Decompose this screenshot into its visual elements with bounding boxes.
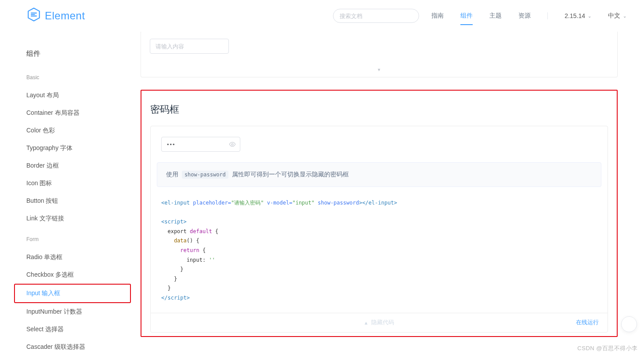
sidebar-group-form: Form [26,236,132,242]
sidebar: 组件 Basic Layout 布局 Container 布局容器 Color … [0,32,132,355]
password-input[interactable] [161,137,240,152]
sidebar-item-button[interactable]: Button 按钮 [26,192,132,210]
demo-footer: ▴ 隐藏代码 在线运行 [151,313,608,332]
desc-post: 属性即可得到一个可切换显示隐藏的密码框 [232,171,349,178]
version-text: 2.15.14 [564,12,585,19]
password-section: 密码框 使用 show-passwor [141,90,618,337]
sidebar-group-basic: Basic [26,74,132,81]
prev-demo-block: ▾ [141,32,618,77]
sidebar-item-icon[interactable]: Icon 图标 [26,175,132,192]
language-select[interactable]: 中文 ⌄ [608,12,626,20]
sidebar-item-checkbox[interactable]: Checkbox 多选框 [26,266,132,284]
chevron-down-icon: ⌄ [588,14,591,18]
caret-down-icon: ▾ [378,67,380,72]
brand-text: Element [45,10,85,22]
sidebar-item-input[interactable]: Input 输入框 [14,284,131,303]
sidebar-item-layout[interactable]: Layout 布局 [26,87,132,104]
nav-component[interactable]: 组件 [460,1,473,30]
svg-point-0 [232,143,233,145]
header: Element 指南 组件 主题 资源 2.15.14 ⌄ 中文 ⌄ [0,0,644,32]
content: ▾ 密码框 [132,32,644,355]
sidebar-item-container[interactable]: Container 布局容器 [26,104,132,122]
sidebar-title: 组件 [26,49,132,59]
sidebar-item-inputnumber[interactable]: InputNumber 计数器 [26,303,132,321]
sidebar-item-color[interactable]: Color 色彩 [26,122,132,139]
section-title: 密码框 [150,103,608,116]
description-bar: 使用 show-password 属性即可得到一个可切换显示隐藏的密码框 [157,162,601,187]
version-select[interactable]: 2.15.14 ⌄ [564,12,591,19]
nav-resource[interactable]: 资源 [518,1,531,30]
sidebar-item-border[interactable]: Border 边框 [26,157,132,175]
eye-icon[interactable] [229,141,236,148]
desc-pre: 使用 [166,171,178,178]
nav-separator [547,12,548,19]
sidebar-item-cascader[interactable]: Cascader 级联选择器 [26,338,132,355]
caret-up-icon: ▴ [365,319,368,326]
sidebar-item-select[interactable]: Select 选择器 [26,321,132,338]
demo-area [151,126,608,162]
collapse-label: 隐藏代码 [371,318,394,326]
search-box[interactable] [333,9,419,23]
chevron-down-icon: ⌄ [623,14,626,18]
desc-code-chip: show-password [182,171,228,179]
element-logo-icon [26,7,45,25]
language-text: 中文 [608,12,620,20]
sidebar-item-radio[interactable]: Radio 单选框 [26,249,132,266]
expand-toggle[interactable]: ▾ [141,57,617,73]
sidebar-item-typography[interactable]: Typography 字体 [26,139,132,157]
search-input[interactable] [340,13,412,19]
nav-guide[interactable]: 指南 [431,1,444,30]
top-nav: 指南 组件 主题 资源 2.15.14 ⌄ 中文 ⌄ [431,1,626,30]
sidebar-item-link[interactable]: Link 文字链接 [26,210,132,227]
nav-theme[interactable]: 主题 [489,1,502,30]
code-area: <el-input placeholder="请输入密码" v-model="i… [151,194,608,313]
collapse-toggle[interactable]: ▴ 隐藏代码 [151,318,608,326]
demo-box: 使用 show-password 属性即可得到一个可切换显示隐藏的密码框 <el… [150,126,608,333]
password-input-wrapper [161,137,240,152]
demo-text-input[interactable] [150,39,229,54]
brand-logo[interactable]: Element [26,7,85,25]
run-online-link[interactable]: 在线运行 [576,318,599,326]
float-button[interactable] [621,316,637,332]
